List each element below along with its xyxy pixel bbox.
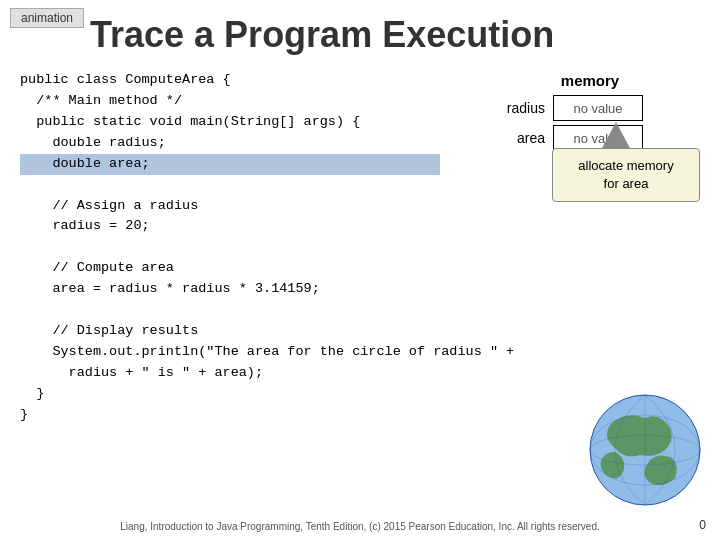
var-name-radius: radius [490,100,545,116]
code-line: radius = 20; [20,216,440,237]
memory-rows: radius no value area no value [490,95,690,155]
code-line: // Display results [20,321,440,342]
code-line: public static void main(String[] args) { [20,112,440,133]
code-line [20,175,440,196]
code-line: double radius; [20,133,440,154]
footer-text: Liang, Introduction to Java Programming,… [0,521,720,532]
callout-container: allocate memoryfor area [552,148,700,202]
code-block: public class ComputeArea { /** Main meth… [20,70,440,426]
code-line: } [20,384,440,405]
code-line: public class ComputeArea { [20,70,440,91]
callout-box: allocate memoryfor area [552,148,700,202]
code-line: double area; [20,154,440,175]
memory-row-radius: radius no value [490,95,690,121]
code-line: System.out.println("The area for the cir… [20,342,440,363]
var-name-area: area [490,130,545,146]
page-title: Trace a Program Execution [90,14,554,56]
memory-title: memory [490,72,690,89]
code-line [20,237,440,258]
globe-graphic [580,390,710,510]
callout-arrow [602,122,630,148]
code-line: // Compute area [20,258,440,279]
animation-tab[interactable]: animation [10,8,84,28]
code-line: // Assign a radius [20,196,440,217]
code-line [20,300,440,321]
memory-panel: memory radius no value area no value [490,72,690,155]
var-box-radius: no value [553,95,643,121]
code-line: } [20,405,440,426]
code-line: area = radius * radius * 3.14159; [20,279,440,300]
page-number: 0 [699,518,706,532]
code-line: /** Main method */ [20,91,440,112]
code-line: radius + " is " + area); [20,363,440,384]
